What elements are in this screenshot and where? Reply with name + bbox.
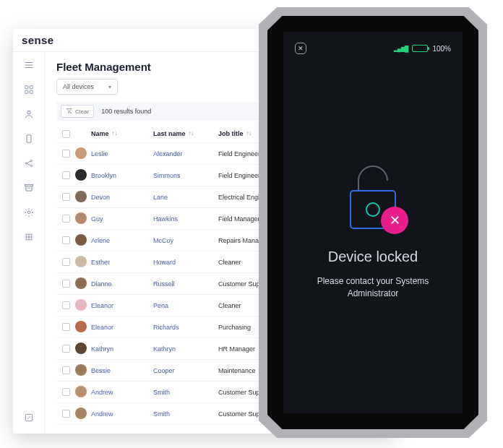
avatar [75, 212, 87, 224]
clear-button[interactable]: Clear [61, 105, 94, 118]
svg-point-22 [366, 203, 379, 216]
svg-point-16 [30, 236, 32, 238]
cell-last-name: Hawkins [153, 215, 218, 223]
avatar [75, 321, 87, 332]
gear-icon[interactable] [23, 207, 35, 218]
svg-point-4 [27, 111, 30, 114]
cell-name: Leslie [91, 150, 153, 158]
cell-last-name: Smith [153, 410, 218, 418]
row-checkbox[interactable] [62, 301, 70, 309]
avatar [75, 169, 87, 181]
close-icon[interactable]: ✕ [295, 43, 306, 54]
battery-icon [412, 45, 428, 52]
lock-icon: ✕ [333, 159, 413, 238]
svg-point-18 [28, 239, 30, 241]
row-checkbox[interactable] [62, 215, 70, 223]
row-checkbox[interactable] [62, 193, 70, 201]
cell-last-name: Lane [153, 194, 218, 201]
cell-last-name: Kathryn [153, 345, 218, 353]
archive-icon[interactable] [23, 182, 35, 194]
avatar [75, 408, 87, 419]
cell-name: Dianne [91, 280, 153, 288]
cell-name: Eleanor [91, 302, 153, 309]
cell-name: Andrew [91, 389, 153, 396]
cell-last-name: Alexander [153, 150, 218, 158]
svg-rect-0 [25, 86, 27, 89]
avatar [75, 256, 87, 267]
cell-name: Arlene [91, 237, 153, 244]
avatar [75, 147, 87, 159]
device-bezel: ✕ ▂▄▆█ 100% ✕ Device locked [267, 16, 478, 429]
row-checkbox[interactable] [62, 236, 70, 244]
svg-rect-1 [30, 86, 33, 89]
avatar [75, 191, 87, 202]
results-count: 100 results found [101, 108, 151, 115]
device-icon[interactable] [23, 133, 35, 145]
cell-last-name: Howard [153, 259, 218, 266]
cell-name: Eleanor [91, 324, 153, 331]
sort-icon: ↑↓ [112, 131, 118, 137]
column-last-name[interactable]: Last name↑↓ [153, 130, 218, 137]
svg-point-6 [25, 163, 27, 164]
lock-area: ✕ Device locked Please contact your Syst… [295, 55, 451, 403]
lock-denied-badge: ✕ [381, 207, 408, 234]
svg-rect-2 [25, 90, 27, 93]
row-checkbox[interactable] [62, 258, 70, 266]
row-checkbox[interactable] [62, 323, 70, 331]
avatar [75, 299, 87, 311]
column-name[interactable]: Name↑↓ [91, 130, 153, 137]
signal-icon: ▂▄▆█ [394, 46, 408, 52]
clear-label: Clear [75, 108, 89, 115]
sort-icon: ↑↓ [246, 131, 252, 137]
locked-subtitle: Please contact your Systems Administrato… [301, 275, 445, 300]
svg-point-13 [30, 234, 32, 236]
cell-last-name: Russell [153, 280, 218, 288]
cell-name: Andrew [91, 410, 153, 418]
share-icon[interactable] [23, 158, 35, 169]
svg-point-11 [25, 234, 27, 236]
svg-point-7 [30, 160, 32, 161]
avatar [75, 364, 87, 376]
svg-point-12 [28, 234, 30, 236]
cell-last-name: Smith [153, 389, 218, 396]
cell-name: Devon [91, 194, 153, 201]
cell-last-name: Simmons [153, 172, 218, 179]
device-frame: ✕ ▂▄▆█ 100% ✕ Device locked [259, 7, 487, 438]
cell-name: Kathryn [91, 345, 153, 353]
menu-icon[interactable] [23, 59, 35, 71]
cell-name: Bessie [91, 367, 153, 374]
svg-point-10 [27, 211, 30, 214]
grid-icon[interactable] [23, 84, 35, 95]
apps-icon[interactable] [23, 231, 35, 243]
svg-rect-5 [27, 135, 31, 143]
row-checkbox[interactable] [62, 388, 70, 396]
sidebar [13, 52, 45, 434]
sort-icon: ↑↓ [189, 131, 194, 137]
battery-percent: 100% [432, 45, 451, 53]
svg-point-14 [25, 236, 27, 238]
row-checkbox[interactable] [62, 171, 70, 179]
avatar [75, 343, 87, 354]
avatar [75, 386, 87, 397]
chevron-down-icon: ▾ [108, 84, 111, 90]
status-bar: ✕ ▂▄▆█ 100% [295, 42, 451, 55]
user-icon[interactable] [23, 108, 35, 120]
select-all-checkbox[interactable] [62, 130, 70, 138]
svg-point-19 [30, 239, 32, 241]
cell-last-name: Pena [153, 302, 218, 309]
cell-name: Brooklyn [91, 172, 153, 179]
row-checkbox[interactable] [62, 410, 70, 418]
device-filter-select[interactable]: All devices ▾ [56, 79, 118, 95]
row-checkbox[interactable] [62, 345, 70, 353]
svg-rect-9 [25, 184, 33, 186]
row-checkbox[interactable] [62, 366, 70, 374]
row-checkbox[interactable] [62, 280, 70, 288]
edit-icon[interactable] [23, 412, 35, 423]
filter-selected-value: All devices [63, 83, 94, 90]
locked-title: Device locked [328, 249, 418, 265]
svg-rect-3 [30, 90, 33, 93]
cell-last-name: Cooper [153, 367, 218, 374]
filter-icon [66, 108, 72, 116]
row-checkbox[interactable] [62, 150, 70, 158]
avatar [75, 277, 87, 289]
